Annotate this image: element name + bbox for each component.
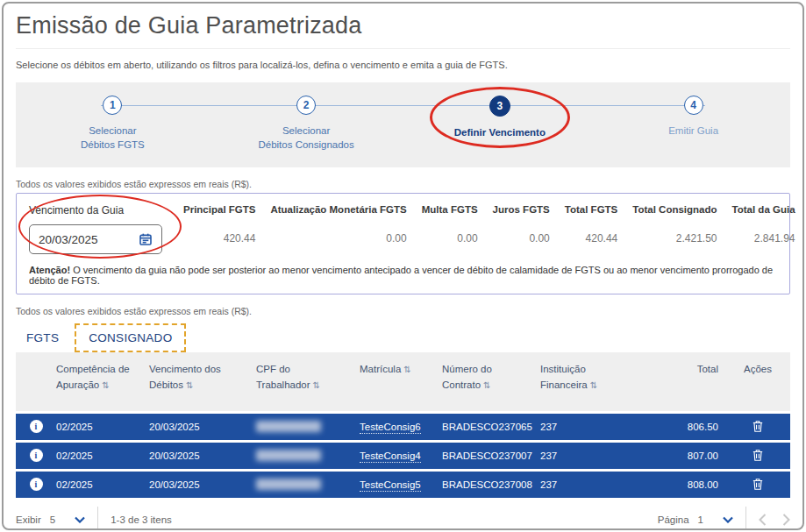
vencimento-date-input[interactable]: 20/03/2025: [29, 224, 162, 254]
info-icon[interactable]: i: [30, 478, 43, 491]
tab-bar: FGTS CONSIGNADO: [16, 323, 790, 352]
footer-divider: [745, 507, 746, 530]
header-vencimento[interactable]: Vencimento dos Débitos⇅: [149, 362, 256, 394]
metric-multa-fgts: Multa FGTS 0.00: [422, 204, 478, 245]
header-contrato[interactable]: Número do Contrato⇅: [442, 362, 540, 394]
sort-icon[interactable]: ⇅: [590, 380, 597, 390]
chevron-down-icon: [723, 516, 733, 523]
page-select[interactable]: 1: [698, 514, 733, 525]
tab-consignado[interactable]: CONSIGNADO: [75, 323, 186, 352]
header-matricula[interactable]: Matrícula⇅: [360, 362, 442, 378]
delete-row-button[interactable]: [750, 476, 766, 493]
vencimento-date-value: 20/03/2025: [39, 233, 98, 246]
step-2-label: Selecionar Débitos Consignados: [258, 124, 353, 152]
delete-row-button[interactable]: [750, 447, 766, 464]
values-note-top: Todos os valores exibidos estão expresso…: [16, 179, 790, 189]
metric-total-consignado: Total Consignado 2.421.50: [632, 204, 717, 245]
header-acoes: Ações: [725, 362, 790, 378]
cpf-redacted-value: [256, 421, 321, 432]
tab-fgts[interactable]: FGTS: [16, 323, 69, 352]
step-selecionar-debitos-fgts[interactable]: 1 Selecionar Débitos FGTS: [16, 96, 210, 152]
calendar-icon[interactable]: [139, 232, 153, 246]
metric-principal-fgts: Principal FGTS 420.44: [183, 204, 255, 245]
sort-icon[interactable]: ⇅: [483, 380, 490, 390]
chevron-down-icon: [75, 516, 85, 523]
pagina-label: Página: [658, 514, 689, 525]
sort-icon[interactable]: ⇅: [186, 380, 193, 390]
table-row[interactable]: i 02/2025 20/03/2025 TesteConsig6 BRADES…: [16, 414, 790, 440]
metric-atualizacao-monetaria-fgts: Atualização Monetária FGTS 0.00: [270, 204, 406, 245]
step-3-label: Definir Vencimento: [454, 126, 546, 140]
matricula-link[interactable]: TesteConsig6: [360, 422, 421, 434]
delete-row-button[interactable]: [750, 418, 766, 435]
consignado-table: Competência de Apuração⇅ Vencimento dos …: [16, 352, 790, 530]
header-instituicao[interactable]: Instituição Financeira⇅: [540, 362, 635, 394]
summary-metrics: Principal FGTS 420.44 Atualização Monetá…: [183, 202, 795, 245]
info-icon[interactable]: i: [30, 420, 43, 433]
items-count: 1-3 de 3 itens: [111, 514, 172, 525]
metric-total-da-guia: Total da Guia 2.841.94: [732, 204, 795, 245]
table-row[interactable]: i 02/2025 20/03/2025 TesteConsig4 BRADES…: [16, 443, 790, 469]
info-icon[interactable]: i: [30, 449, 43, 462]
emissao-guia-page: Emissão de Guia Parametrizada Selecione …: [2, 2, 804, 530]
sort-icon[interactable]: ⇅: [313, 380, 320, 390]
table-row[interactable]: i 02/2025 20/03/2025 TesteConsig5 BRADES…: [16, 472, 790, 498]
step-1-label: Selecionar Débitos FGTS: [81, 124, 145, 152]
page-title: Emissão de Guia Parametrizada: [16, 12, 790, 49]
step-4-label: Emitir Guia: [668, 124, 718, 138]
table-footer: Exibir 5 1-3 de 3 itens Página 1: [16, 507, 790, 530]
step-emitir-guia[interactable]: 4 Emitir Guia: [596, 96, 790, 152]
vencimento-label: Vencimento da Guia: [29, 204, 183, 216]
matricula-link[interactable]: TesteConsig5: [360, 479, 421, 492]
matricula-link[interactable]: TesteConsig4: [360, 450, 421, 463]
cpf-redacted-value: [256, 450, 321, 461]
page-subtitle: Selecione os débitos em aberto, utilizan…: [16, 60, 790, 70]
step-selecionar-debitos-consignados[interactable]: 2 Selecionar Débitos Consignados: [210, 96, 403, 152]
exibir-label: Exibir: [16, 514, 41, 525]
header-competencia[interactable]: Competência de Apuração⇅: [56, 362, 149, 394]
stepper: 1 Selecionar Débitos FGTS 2 Selecionar D…: [16, 82, 790, 167]
step-4-circle: 4: [684, 96, 703, 115]
header-total: Total: [635, 362, 725, 378]
sort-icon[interactable]: ⇅: [102, 380, 109, 390]
warning-message: Atenção! O vencimento da guia não pode s…: [29, 265, 777, 286]
step-definir-vencimento[interactable]: 3 Definir Vencimento: [403, 96, 597, 152]
previous-page-button[interactable]: [759, 514, 767, 526]
metric-juros-fgts: Juros FGTS 0.00: [493, 204, 550, 245]
cpf-redacted-value: [256, 479, 321, 490]
step-2-circle: 2: [296, 96, 316, 115]
step-3-circle: 3: [489, 96, 510, 117]
vencimento-da-guia-field: Vencimento da Guia 20/03/2025: [29, 202, 183, 254]
sort-icon[interactable]: ⇅: [403, 365, 410, 374]
footer-divider: [97, 507, 98, 530]
step-1-circle: 1: [103, 96, 122, 115]
values-note-bottom: Todos os valores exibidos estão expresso…: [16, 306, 790, 316]
next-page-button[interactable]: [782, 514, 790, 526]
table-header-row: Competência de Apuração⇅ Vencimento dos …: [16, 352, 790, 411]
page-size-select[interactable]: 5: [50, 514, 85, 525]
header-cpf[interactable]: CPF do Trabalhador⇅: [256, 362, 360, 394]
metric-total-fgts: Total FGTS 420.44: [565, 204, 617, 245]
summary-box: Vencimento da Guia 20/03/2025: [16, 193, 790, 294]
